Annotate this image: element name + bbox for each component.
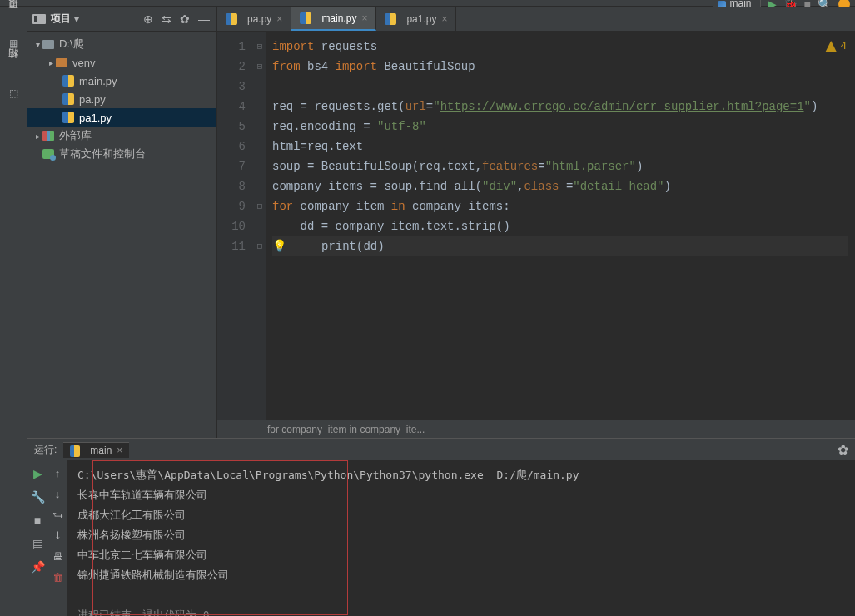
python-file-icon — [300, 12, 311, 24]
tab-pa[interactable]: pa.py × — [217, 7, 291, 31]
structure-tool-tab[interactable]: 结构 — [7, 63, 21, 70]
inspection-summary[interactable]: 4 — [825, 37, 847, 57]
run-tab-main[interactable]: main × — [63, 442, 129, 458]
run-toolbar-left: ▶ 🔧 ■ ▤ 📌 — [27, 460, 47, 616]
line-number-gutter: 1234567891011 — [217, 32, 254, 420]
close-icon[interactable]: × — [276, 13, 282, 25]
gear-icon[interactable]: ✿ — [838, 442, 848, 458]
tree-venv[interactable]: ▸ venv — [27, 53, 216, 72]
clear-all-icon[interactable]: 🗑 — [52, 571, 63, 584]
editor-breadcrumb[interactable]: for company_item in company_ite... — [217, 420, 855, 438]
pin-icon[interactable]: 📌 — [31, 560, 45, 574]
close-icon[interactable]: × — [361, 12, 367, 24]
scroll-to-end-icon[interactable]: ⤓ — [53, 529, 62, 542]
run-header: 运行: main × ✿ — [27, 439, 855, 460]
project-panel-header: 项目 ▾ ⊕ ⇆ ✿ — — [27, 7, 216, 32]
editor-tabs: pa.py × main.py × pa1.py × — [217, 7, 855, 32]
python-file-icon — [70, 445, 80, 455]
folder-icon — [56, 58, 67, 67]
project-panel: 项目 ▾ ⊕ ⇆ ✿ — ▾ D:\爬 ▸ venv — [27, 7, 217, 438]
intention-bulb-icon[interactable]: 💡 — [272, 240, 286, 253]
chevron-down-icon[interactable]: ▾ — [32, 40, 42, 49]
python-file-icon — [62, 93, 74, 105]
tab-main[interactable]: main.py × — [291, 7, 376, 31]
project-tool-icon[interactable]: ▦ — [7, 37, 20, 50]
soft-wrap-icon[interactable]: ⮑ — [52, 509, 63, 521]
stop-icon[interactable]: ■ — [34, 514, 41, 527]
project-view-icon[interactable] — [32, 14, 46, 24]
warning-count: 4 — [840, 37, 847, 57]
python-file-icon — [385, 13, 396, 25]
tree-root[interactable]: ▾ D:\爬 — [27, 35, 216, 53]
tree-file-main[interactable]: main.py — [27, 72, 216, 90]
chevron-right-icon[interactable]: ▸ — [32, 132, 42, 141]
rerun-icon[interactable]: ▶ — [33, 467, 42, 480]
run-label: 运行: — [34, 443, 57, 457]
tab-label: pa.py — [247, 13, 271, 25]
close-icon[interactable]: × — [117, 445, 122, 456]
python-file-icon — [226, 13, 237, 25]
left-tool-strip: 项目 ▦ 结构 ⬚ — [0, 7, 27, 616]
run-toolbar-left2: ↑ ↓ ⮑ ⤓ 🖶 🗑 — [47, 460, 67, 616]
tree-scratches[interactable]: 草稿文件和控制台 — [27, 145, 216, 163]
close-icon[interactable]: × — [441, 13, 447, 25]
editor-area: pa.py × main.py × pa1.py × 4 — [217, 7, 855, 438]
tab-pa1[interactable]: pa1.py × — [376, 7, 456, 31]
tree-root-label: D:\爬 — [59, 37, 84, 52]
settings-icon[interactable]: ✿ — [178, 12, 191, 26]
tree-file-label: pa1.py — [79, 112, 112, 124]
run-console-output[interactable]: C:\Users\惠普\AppData\Local\Programs\Pytho… — [67, 460, 855, 616]
python-file-icon — [62, 112, 74, 123]
tree-file-label: main.py — [79, 75, 117, 87]
tree-file-label: pa.py — [79, 93, 106, 106]
tree-venv-label: venv — [72, 57, 95, 69]
tree-libs-label: 外部库 — [59, 128, 92, 143]
tree-scratch-label: 草稿文件和控制台 — [59, 147, 146, 161]
folder-icon — [42, 40, 54, 49]
print-icon[interactable]: 🖶 — [52, 550, 63, 563]
scratch-icon — [42, 149, 54, 159]
fold-gutter[interactable]: ⊟⊟⊟⊟ — [254, 32, 266, 420]
tree-file-pa1[interactable]: pa1.py — [27, 108, 216, 127]
expand-all-icon[interactable]: ⇆ — [160, 12, 173, 26]
run-tab-label: main — [90, 445, 112, 456]
code-editor[interactable]: 4 1234567891011 ⊟⊟⊟⊟ import requestsfrom… — [217, 32, 855, 420]
tree-file-pa[interactable]: pa.py — [27, 90, 216, 108]
code-content[interactable]: import requestsfrom bs4 import Beautiful… — [266, 32, 855, 420]
tab-label: pa1.py — [406, 13, 436, 25]
layout-icon[interactable]: ▤ — [32, 537, 43, 550]
tree-external-libs[interactable]: ▸ 外部库 — [27, 127, 216, 145]
library-icon — [42, 131, 54, 141]
project-panel-title: 项目 — [51, 12, 71, 26]
project-tree[interactable]: ▾ D:\爬 ▸ venv main.py pa.py — [27, 32, 216, 438]
tab-label: main.py — [321, 12, 356, 24]
warning-icon — [825, 41, 837, 52]
wrench-icon[interactable]: 🔧 — [31, 490, 45, 504]
run-tool-window: 运行: main × ✿ ▶ 🔧 ■ ▤ 📌 ↑ ↓ ⮑ ⤓ 🖶 — [27, 438, 855, 616]
python-file-icon — [62, 75, 74, 87]
top-toolbar: main ▶ 🐞 ■ 🔍 — [0, 0, 855, 7]
down-arrow-icon[interactable]: ↓ — [55, 488, 61, 500]
project-tool-tab[interactable]: 项目 — [7, 13, 21, 20]
chevron-right-icon[interactable]: ▸ — [46, 58, 56, 67]
hide-panel-icon[interactable]: — — [196, 12, 211, 26]
structure-tool-icon[interactable]: ⬚ — [7, 87, 20, 100]
select-opened-file-icon[interactable]: ⊕ — [142, 12, 155, 26]
up-arrow-icon[interactable]: ↑ — [55, 467, 61, 479]
project-view-dropdown-icon[interactable]: ▾ — [74, 13, 79, 25]
